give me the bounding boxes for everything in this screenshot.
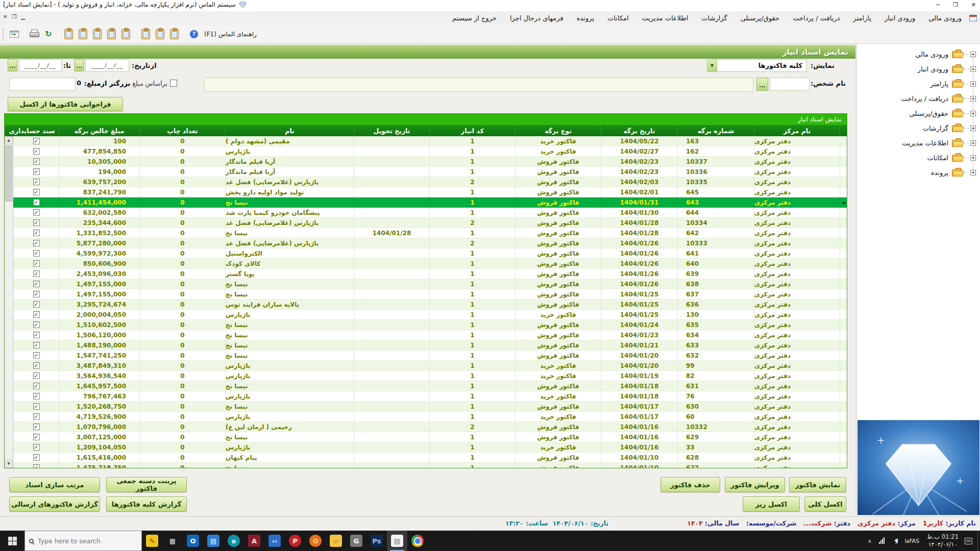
- doc-checkbox-cell[interactable]: ✓: [13, 442, 59, 453]
- to-date-picker-button[interactable]: ...: [8, 59, 17, 71]
- menu-item-4[interactable]: حقوق/پرسنلی: [734, 13, 787, 23]
- import-invoices-excel-button[interactable]: فراخوانی فاکتورها از اکسل: [8, 97, 123, 111]
- doc-checkbox-cell[interactable]: ✓: [13, 208, 59, 218]
- col-header-7[interactable]: تعداد چاپ: [139, 125, 225, 136]
- amount-filter-checkbox[interactable]: [170, 80, 177, 87]
- show-filter-dropdown[interactable]: کلیه فاکتورها ▼: [707, 59, 807, 72]
- table-row[interactable]: دفتر مرکزی6421404/01/28فاکتور فروش11404/…: [13, 228, 847, 238]
- almas-doc-icon[interactable]: ▤: [387, 531, 407, 551]
- table-row[interactable]: دفتر مرکزی6441404/01/30فاکتور فروش1پیشگا…: [13, 208, 847, 218]
- table-row[interactable]: دفتر مرکزی1631404/05/22فاکتور خرید1مقیمی…: [13, 136, 847, 146]
- table-row[interactable]: دفتر مرکزی103341404/01/28فاکتور فروش2باژ…: [13, 218, 847, 228]
- doc-checkbox-cell[interactable]: ✓: [13, 279, 59, 289]
- mdi-close-button[interactable]: ✕: [3, 14, 7, 19]
- window-maximize-button[interactable]: ❐: [953, 2, 958, 8]
- table-row[interactable]: دفتر مرکزی103351404/02/03فاکتور فروش2باژ…: [13, 177, 847, 187]
- doc-checkbox-cell[interactable]: ✓: [13, 340, 59, 350]
- excel-total-button[interactable]: اکسل کلی: [804, 496, 846, 512]
- language-indicator[interactable]: فاFAS: [901, 531, 923, 551]
- expand-plus-icon[interactable]: +: [970, 140, 976, 146]
- scroll-up-arrow[interactable]: ▲: [5, 136, 13, 144]
- doc-checkbox-cell[interactable]: ✓: [13, 259, 59, 269]
- excel-detail-button[interactable]: اکسل ریز: [743, 496, 800, 512]
- table-row[interactable]: دفتر مرکزی6351404/01/24فاکتور فروش1نیسا …: [13, 320, 847, 330]
- doc-checkbox-cell[interactable]: ✓: [13, 289, 59, 299]
- table-row[interactable]: دفتر مرکزی103361404/02/23فاکتور فروش1آری…: [13, 167, 847, 177]
- sidebar-item-7[interactable]: +امکانات: [856, 151, 980, 165]
- refresh-button[interactable]: ↻: [41, 27, 56, 41]
- all-invoices-report-button[interactable]: گزارش کلیه فاکتورها: [106, 496, 187, 512]
- table-row[interactable]: دفتر مرکزی6271404/01/10فاکتور فروش1نیسا …: [13, 463, 847, 468]
- doc-checkbox-cell[interactable]: ✓: [13, 402, 59, 412]
- sidebar-item-6[interactable]: +اطلاعات مدیریت: [856, 136, 980, 151]
- delete-invoice-button[interactable]: حذف فاکتور: [660, 477, 720, 492]
- edit-invoice-button[interactable]: ویرایش فاکتور: [725, 477, 785, 492]
- table-row[interactable]: دفتر مرکزی6401404/01/26فاکتور فروش1کالای…: [13, 259, 847, 269]
- from-date-picker-button[interactable]: ...: [75, 59, 84, 71]
- menu-item-5[interactable]: گزارشات: [695, 13, 733, 23]
- sidebar-item-3[interactable]: +دریافت / پرداخت: [856, 91, 980, 106]
- menu-item-0[interactable]: ورودی مالی: [922, 13, 968, 23]
- col-header-5[interactable]: تاریخ تحویل: [354, 125, 429, 136]
- menu-item-3[interactable]: دریافت / پرداخت: [786, 13, 846, 23]
- table-row[interactable]: دفتر مرکزی6281404/01/10فاکتور فروش1پیام …: [13, 453, 847, 463]
- sidebar-item-5[interactable]: +گزارشات: [856, 121, 980, 136]
- table-row[interactable]: دفتر مرکزی6451404/02/01فاکتور فروش1تولید…: [13, 187, 847, 197]
- photoshop-icon[interactable]: Ps: [366, 531, 387, 551]
- person-name-field[interactable]: [205, 78, 753, 91]
- doc-checkbox-cell[interactable]: ✓: [13, 391, 59, 402]
- volume-icon[interactable]: [888, 531, 901, 551]
- table-row[interactable]: دفتر مرکزی761404/01/18فاکتور خرید1باژپار…: [13, 391, 847, 402]
- sidebar-item-1[interactable]: +ورودی انبار: [856, 62, 980, 77]
- table-row[interactable]: دفتر مرکزی103331404/01/26فاکتور فروش2باژ…: [13, 238, 847, 248]
- taskbar-search[interactable]: [24, 531, 142, 551]
- expand-plus-icon[interactable]: +: [970, 96, 976, 102]
- task-view-icon[interactable]: ▦: [162, 531, 183, 551]
- clipboard-tool-4[interactable]: [104, 27, 118, 41]
- clipboard-tool-5[interactable]: [118, 27, 133, 41]
- grid-vertical-scrollbar[interactable]: ▲ ▼: [5, 136, 13, 468]
- chrome-icon[interactable]: [407, 531, 428, 551]
- table-row[interactable]: دفتر مرکزی991404/01/20فاکتور خرید1باژپار…: [13, 361, 847, 371]
- doc-checkbox-cell[interactable]: ✓: [13, 361, 59, 371]
- explorer-icon[interactable]: ▱: [326, 531, 346, 551]
- show-invoice-button[interactable]: نمایش فاکتور: [789, 477, 846, 492]
- doc-checkbox-cell[interactable]: ✓: [13, 453, 59, 463]
- table-row[interactable]: دفتر مرکزی6321404/01/20فاکتور فروش1نیسا …: [13, 350, 847, 361]
- table-row[interactable]: دفتر مرکزی6291404/01/16فاکتور فروش1نیسا …: [13, 432, 847, 442]
- person-picker-button[interactable]: ...: [756, 78, 768, 91]
- doc-checkbox-cell[interactable]: ✓: [13, 320, 59, 330]
- outlook-icon[interactable]: O: [183, 531, 203, 551]
- expand-plus-icon[interactable]: +: [970, 66, 976, 72]
- expand-plus-icon[interactable]: +: [970, 52, 976, 57]
- tray-chevron-icon[interactable]: ∧: [864, 531, 875, 551]
- col-header-2[interactable]: تاریخ برگه: [601, 125, 677, 136]
- exit-form-button[interactable]: ↪: [7, 27, 21, 41]
- doc-checkbox-cell[interactable]: ✓: [13, 248, 59, 259]
- table-row[interactable]: دفتر مرکزی6301404/01/17فاکتور فروش1نیسا …: [13, 402, 847, 412]
- scroll-down-arrow[interactable]: ▼: [5, 460, 13, 468]
- table-row[interactable]: دفتر مرکزی6331404/01/21فاکتور فروش1نیسا …: [13, 340, 847, 350]
- table-row[interactable]: دفتر مرکزی821404/01/19فاکتور خرید1باژپار…: [13, 371, 847, 381]
- col-header-1[interactable]: شماره برگه: [677, 125, 754, 136]
- table-row[interactable]: دفتر مرکزی1301404/01/25فاکتور خرید1باژپا…: [13, 310, 847, 320]
- sidebar-item-0[interactable]: +ورودی مالی: [856, 47, 980, 62]
- doc-checkbox-cell[interactable]: ✓: [13, 218, 59, 228]
- scroll-thumb[interactable]: [5, 145, 12, 202]
- doc-checkbox-cell[interactable]: ✓: [13, 463, 59, 468]
- taskbar-clock[interactable]: 01:21 ب.ظ۱۴۰۴/۰۶/۱۰: [923, 533, 963, 548]
- table-row[interactable]: دفتر مرکزی331404/01/16فاکتور خرید1باژپار…: [13, 442, 847, 453]
- expand-plus-icon[interactable]: +: [970, 155, 976, 161]
- table-row[interactable]: دفتر مرکزی6311404/01/18فاکتور فروش1نیسا …: [13, 381, 847, 391]
- start-button[interactable]: [0, 531, 24, 551]
- print-button[interactable]: [27, 27, 41, 41]
- show-desktop-button[interactable]: [977, 531, 980, 551]
- doc-checkbox-cell[interactable]: ✓: [13, 197, 59, 208]
- window-minimize-button[interactable]: ─: [936, 2, 940, 8]
- doc-checkbox-cell[interactable]: ✓: [13, 177, 59, 187]
- calendar-icon[interactable]: ▤: [203, 531, 224, 551]
- doc-checkbox-cell[interactable]: ✓: [13, 299, 59, 310]
- clipboard-tool-1[interactable]: [61, 27, 76, 41]
- sticky-notes-icon[interactable]: ✎: [142, 531, 162, 551]
- sidebar-item-8[interactable]: +پرونده: [856, 165, 980, 180]
